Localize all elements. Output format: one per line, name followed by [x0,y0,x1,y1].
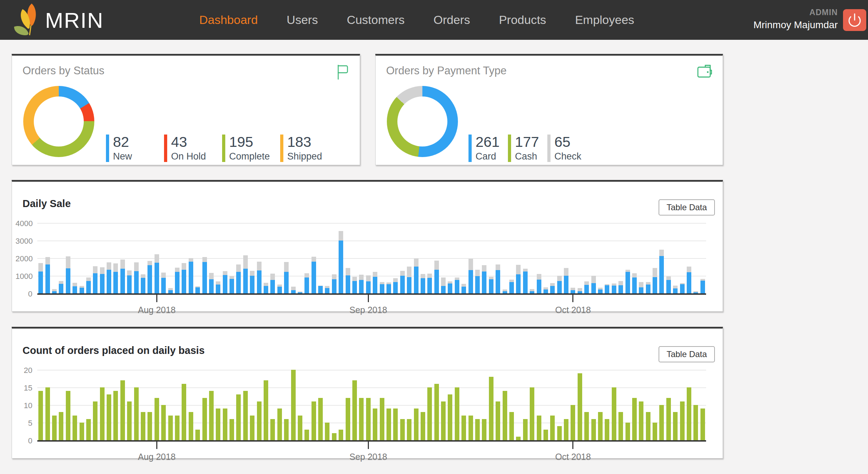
bar-segment-primary [386,284,391,294]
bar-segment [216,408,220,440]
bar [618,281,623,293]
x-tick-label: Oct 2018 [545,305,601,315]
bar-segment [120,380,125,440]
nav-item-customers[interactable]: Customers [347,13,404,27]
bar-segment [52,416,57,440]
y-axis-label: 0 [15,436,32,445]
bar-segment-primary [618,285,623,293]
bar [578,373,582,440]
bar [100,387,105,440]
donut-hole [34,96,84,146]
bar-segment-secondary [475,270,480,276]
bar-segment-secondary [468,259,473,270]
nav-item-employees[interactable]: Employees [575,13,634,27]
nav-item-products[interactable]: Products [499,13,546,27]
daily-sale-bar-chart: 01000200030004000Aug 2018Sep 2018Oct 201… [37,223,706,294]
bar-segment-secondary [557,276,562,281]
bar-segment-secondary [427,274,432,278]
bar-segment [373,408,377,440]
bar-segment [605,419,609,440]
legend-item-cash[interactable]: 177Cash [508,135,547,162]
bar [455,387,459,440]
bar-segment [482,419,486,440]
bar-segment [591,419,596,440]
bar [475,270,480,294]
bar-segment-secondary [93,266,98,274]
orders-by-payment-card: Orders by Payment Type 261Card177Cash65C… [375,54,723,165]
y-axis-label: 10 [15,401,32,410]
bar-segment-primary [270,280,275,293]
bar-segment [618,412,623,440]
donut-hole [397,96,447,146]
bar-segment-secondary [366,275,371,282]
legend-item-check[interactable]: 65Check [547,135,587,162]
bar [59,412,63,440]
bar-segment-primary [59,284,63,294]
bar [100,267,105,294]
bar [141,412,145,440]
logo[interactable]: MRIN [12,3,103,37]
bar [284,419,289,440]
bar [496,264,500,294]
bar-segment-primary [264,286,268,293]
logout-button[interactable] [843,9,866,31]
daily-sale-table-data-button[interactable]: Table Data [659,199,715,216]
bar [625,270,630,294]
bar-segment [147,412,152,440]
legend-item-new[interactable]: 82New [106,135,164,162]
order-count-bar-chart: 05101520Aug 2018Sep 2018Oct 2018 [37,370,706,441]
bar [195,430,200,440]
bar [312,257,316,294]
bar-segment-secondary [182,263,186,270]
bar [175,416,180,440]
legend-item-shipped[interactable]: 183Shipped [280,135,338,162]
bar-segment-primary [168,290,173,294]
bar-segment [400,419,405,440]
bar-segment [38,391,43,440]
legend-item-on-hold[interactable]: 43On Hold [164,135,222,162]
bar [277,408,282,440]
bar-segment-primary [284,272,289,293]
bar-segment-secondary [209,273,214,279]
order-count-card: Count of orders placed on daily basis Ta… [12,327,723,459]
bar-segment [45,387,50,440]
bar-segment-primary [80,288,84,293]
bar [523,269,528,293]
bar-segment [414,408,419,440]
legend-item-card[interactable]: 261Card [468,135,508,162]
bar [537,274,541,294]
bar-segment-primary [182,270,186,293]
wallet-icon [697,64,713,80]
bar [564,419,568,440]
bar [673,412,678,440]
bar [414,258,419,294]
bar [400,271,405,294]
legend-label: On Hold [171,151,206,162]
bar-segment-primary [38,272,43,294]
bar-segment-primary [346,275,350,294]
bar-segment-primary [189,262,193,293]
bar [243,391,248,440]
bar-segment [386,408,391,440]
bar-segment-secondary [66,256,70,269]
bar [257,401,262,440]
bar [659,405,664,440]
bar [59,281,63,294]
bar-segment-secondary [578,288,582,291]
bar-segment-secondary [189,258,193,262]
legend-item-complete[interactable]: 195Complete [222,135,280,162]
nav-item-users[interactable]: Users [287,13,318,27]
x-tick-label: Aug 2018 [128,452,185,462]
bar [543,287,548,294]
bar-segment-secondary [407,267,411,277]
bar [461,284,466,294]
bar-segment [475,419,480,440]
nav-item-dashboard[interactable]: Dashboard [199,13,258,27]
bar [373,272,377,294]
nav-item-orders[interactable]: Orders [434,13,470,27]
bar-segment [516,437,521,440]
bar-segment-primary [537,280,541,294]
bar-segment [468,416,473,440]
bar [161,405,166,440]
order-count-table-data-button[interactable]: Table Data [659,346,715,362]
